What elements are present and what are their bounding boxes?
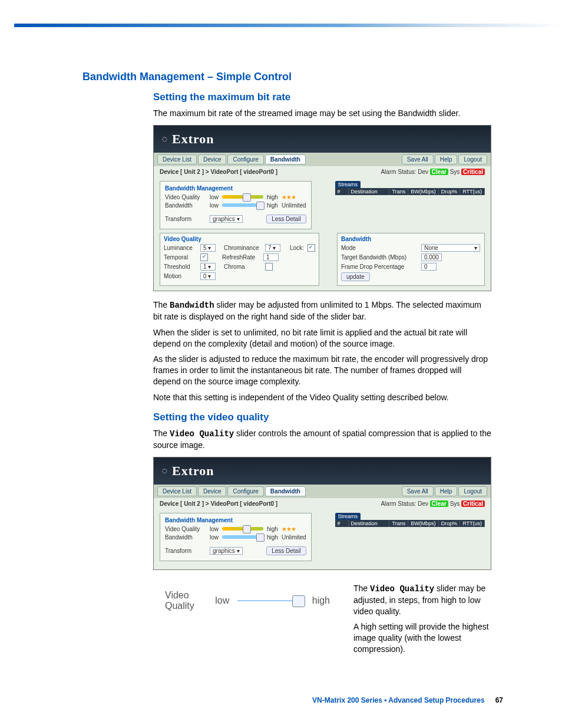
alarm-status: Alarm Status: Dev Clear Sys Critical — [381, 500, 485, 507]
less-detail-button[interactable]: Less Detail — [266, 215, 306, 223]
label-video-quality: Video Quality — [165, 194, 206, 200]
paragraph: The Video Quality slider may be adjusted… — [353, 583, 491, 617]
brand-name: Extron — [172, 463, 214, 479]
paragraph: Note that this setting is independent of… — [153, 392, 491, 403]
chroma-checkbox[interactable] — [265, 263, 273, 271]
brand-name: Extron — [172, 131, 214, 147]
frame-drop-input[interactable]: 0 — [421, 263, 437, 271]
app-titlebar: ◌ Extron — [154, 457, 491, 485]
streams-table-header: # Destination Trans BW(Mbps) Drop% RTT(u… — [335, 520, 485, 527]
paragraph: When the slider is set to unlimited, no … — [153, 327, 491, 350]
transform-select[interactable]: graphics ▾ — [210, 215, 243, 223]
mode-select[interactable]: None▾ — [421, 244, 480, 252]
tab-device[interactable]: Device — [198, 486, 227, 496]
save-all-button[interactable]: Save All — [402, 486, 434, 496]
panel-title-vq: Video Quality — [164, 236, 315, 242]
paragraph: The Video Quality slider controls the am… — [153, 428, 491, 451]
video-quality-slider-diagram: Video Quality low high — [165, 590, 330, 611]
video-quality-slider[interactable] — [222, 195, 263, 199]
vq-demo-label: Video Quality — [165, 590, 207, 611]
video-quality-slider[interactable] — [222, 527, 263, 531]
bandwidth-readout: Unlimited — [282, 202, 306, 209]
paragraph: The Bandwidth slider may be adjusted fro… — [153, 299, 491, 322]
section-heading: Bandwidth Management – Simple Control — [82, 71, 503, 83]
star-icon: ★★★ — [282, 526, 296, 532]
tab-configure[interactable]: Configure — [227, 154, 263, 164]
target-bw-input[interactable]: 0.000 — [421, 253, 442, 261]
tab-device[interactable]: Device — [198, 154, 227, 164]
help-button[interactable]: Help — [435, 486, 458, 496]
subsection-heading-vq: Setting the video quality — [153, 411, 491, 423]
page-footer: VN-Matrix 200 Series • Advanced Setup Pr… — [312, 696, 503, 704]
tab-bandwidth[interactable]: Bandwidth — [265, 154, 306, 164]
bandwidth-slider[interactable] — [222, 535, 263, 539]
update-button[interactable]: update — [341, 272, 370, 281]
alarm-dev-badge: Clear — [430, 500, 448, 507]
page-number: 67 — [495, 696, 503, 704]
paragraph: As the slider is adjusted to reduce the … — [153, 354, 491, 387]
chrominance-select[interactable]: 7 ▾ — [265, 244, 280, 252]
streams-table-header: # Destination Trans BW(Mbps) Drop% RTT(u… — [335, 188, 485, 195]
streams-tab[interactable]: Streams — [335, 513, 361, 520]
app-screenshot-1: ◌ Extron Device List Device Configure Ba… — [153, 125, 491, 291]
logo-icon: ◌ — [162, 467, 167, 474]
vq-demo-track — [237, 600, 304, 601]
alarm-sys-badge: Critical — [461, 500, 485, 507]
less-detail-button[interactable]: Less Detail — [266, 546, 306, 555]
vq-demo-thumb — [292, 595, 305, 607]
panel-title-bw: Bandwidth — [341, 236, 481, 242]
transform-select[interactable]: graphics ▾ — [210, 547, 243, 555]
tab-bandwidth[interactable]: Bandwidth — [265, 486, 306, 496]
breadcrumb: Device [ Unit 2 ] > VideoPort [ videoPor… — [160, 169, 277, 175]
tab-device-list[interactable]: Device List — [157, 486, 197, 496]
save-all-button[interactable]: Save All — [402, 154, 434, 164]
paragraph: The maximum bit rate of the streamed ima… — [153, 108, 491, 119]
refresh-rate-input[interactable]: 1 — [263, 253, 279, 261]
app-titlebar: ◌ Extron — [154, 126, 491, 153]
alarm-status: Alarm Status: Dev Clear Sys Critical — [381, 169, 485, 175]
paragraph: A high setting will provide the highest … — [353, 621, 491, 655]
motion-select[interactable]: 0 ▾ — [200, 272, 216, 280]
app-tabs: Device List Device Configure Bandwidth S… — [154, 485, 491, 498]
alarm-dev-badge: Clear — [430, 169, 448, 175]
page-top-gradient — [14, 24, 562, 27]
logout-button[interactable]: Logout — [458, 486, 487, 496]
luminance-select[interactable]: 5 ▾ — [200, 244, 216, 252]
subsection-heading-bitrate: Setting the maximum bit rate — [153, 91, 491, 103]
star-icon: ★★★ — [282, 194, 296, 200]
help-button[interactable]: Help — [435, 154, 458, 164]
lock-checkbox[interactable] — [308, 244, 315, 252]
logo-icon: ◌ — [162, 136, 167, 142]
logout-button[interactable]: Logout — [458, 154, 487, 164]
panel-title-bm: Bandwidth Management — [165, 185, 306, 192]
app-tabs: Device List Device Configure Bandwidth S… — [154, 153, 491, 166]
threshold-select[interactable]: 1 ▾ — [200, 263, 216, 271]
label-transform: Transform — [165, 216, 206, 222]
alarm-sys-badge: Critical — [461, 169, 485, 175]
app-screenshot-2: ◌ Extron Device List Device Configure Ba… — [153, 457, 491, 570]
breadcrumb: Device [ Unit 2 ] > VideoPort [ videoPor… — [160, 500, 277, 507]
tab-device-list[interactable]: Device List — [157, 154, 197, 164]
tab-configure[interactable]: Configure — [227, 486, 263, 496]
panel-title-bm: Bandwidth Management — [165, 517, 306, 523]
streams-tab[interactable]: Streams — [335, 181, 361, 188]
label-bandwidth: Bandwidth — [165, 202, 206, 209]
temporal-checkbox[interactable] — [200, 253, 208, 261]
bandwidth-slider[interactable] — [222, 203, 263, 207]
